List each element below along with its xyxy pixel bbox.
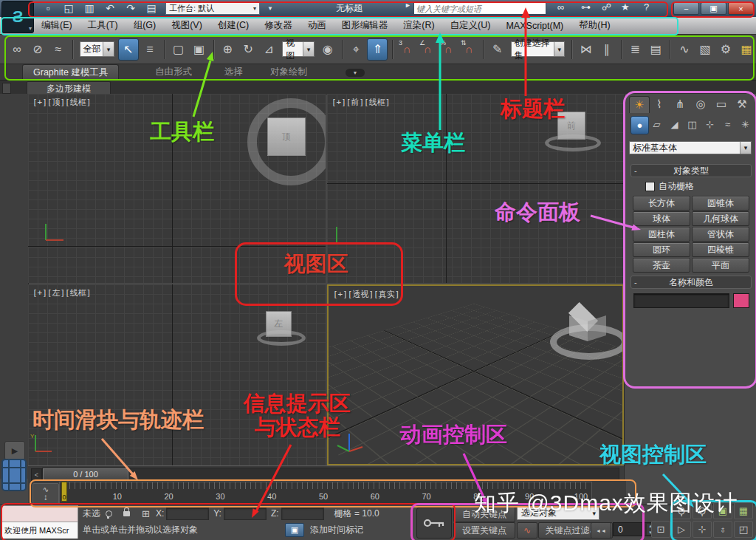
viewport-top-label[interactable]: [+][顶][线框] — [32, 97, 91, 108]
maxscript-mini-listener[interactable]: 欢迎使用 MAXScr — [1, 505, 78, 539]
menu-item-5[interactable]: 修改器 — [264, 19, 292, 32]
reference-coordinate-dropdown[interactable]: 视图 — [282, 41, 315, 57]
fov-icon[interactable]: ▷ — [672, 521, 691, 538]
percent-snap-icon[interactable]: ∩% — [439, 39, 458, 60]
display-tab[interactable]: ▭ — [712, 96, 731, 112]
listener-macro-row[interactable] — [2, 506, 78, 522]
menu-item-10[interactable]: MAXScript(M) — [506, 21, 563, 31]
workspace-extra-dropdown-icon[interactable]: ▼ — [267, 5, 273, 12]
favorites-star-icon[interactable]: ★ — [621, 1, 630, 13]
menu-item-8[interactable]: 渲染(R) — [403, 19, 434, 32]
absolute-mode-icon[interactable]: ⊞ — [142, 508, 150, 519]
space-warps-category[interactable]: ≈ — [719, 116, 736, 133]
current-frame-marker[interactable]: 0 — [61, 482, 67, 502]
object-type-button-4[interactable]: 圆柱体 — [633, 227, 690, 242]
prompt-bulb-icon[interactable] — [106, 510, 112, 517]
minimize-button[interactable]: − — [673, 2, 699, 15]
window-crossing-icon[interactable]: ▣ — [190, 39, 209, 60]
angle-snap-icon[interactable]: ∩∠ — [418, 39, 437, 60]
default-tangent-icon[interactable]: ∿ — [517, 522, 537, 539]
undo-icon[interactable]: ↶ — [103, 2, 117, 14]
cameras-category[interactable]: ◫ — [684, 116, 701, 133]
dropdown-arrow-icon[interactable] — [303, 42, 313, 56]
selection-lock-icon[interactable] — [123, 511, 130, 516]
workspace-dropdown[interactable]: 工作台: 默认▾ — [165, 1, 260, 15]
keyboard-override-icon[interactable]: ⇑ — [367, 38, 388, 61]
redo-icon[interactable]: ↷ — [124, 2, 137, 14]
ribbon-tab-3[interactable]: 对象绘制 — [260, 64, 317, 80]
render-setup-icon[interactable]: ⚙ — [716, 39, 735, 60]
bind-to-space-warp-icon[interactable]: ≈ — [49, 39, 68, 60]
save-file-icon[interactable]: ▥ — [83, 2, 96, 14]
listener-script-row[interactable]: 欢迎使用 MAXScr — [2, 522, 78, 539]
object-type-button-6[interactable]: 圆环 — [633, 242, 690, 257]
x-coordinate-field[interactable] — [166, 507, 209, 520]
object-type-button-9[interactable]: 平面 — [692, 258, 749, 273]
graphite-ribbon-toggle-icon[interactable]: ▤ — [646, 39, 665, 60]
application-menu-button[interactable]: Ƨ▾ — [1, 1, 34, 33]
ribbon-expand-icon[interactable]: ▼ — [346, 69, 365, 77]
viewport-left-label[interactable]: [+][左][线框] — [32, 287, 91, 298]
select-and-manipulate-icon[interactable]: ⌖ — [346, 39, 365, 60]
object-type-button-1[interactable]: 圆锥体 — [692, 196, 749, 211]
search-box[interactable] — [413, 2, 546, 15]
maximize-viewport-icon[interactable]: ◰ — [734, 521, 753, 538]
named-selection-sets-dropdown[interactable]: 创建选择集 — [511, 41, 565, 57]
menu-item-9[interactable]: 自定义(U) — [450, 19, 491, 32]
motion-tab[interactable]: ◎ — [691, 96, 710, 112]
object-type-button-3[interactable]: 几何球体 — [692, 211, 749, 226]
selection-filter-dropdown[interactable]: 全部 — [80, 41, 114, 57]
menu-item-1[interactable]: 工具(T) — [88, 19, 118, 32]
new-scene-icon[interactable]: ▫ — [41, 2, 55, 14]
menu-item-0[interactable]: 编辑(E) — [41, 19, 72, 32]
viewport-front-label[interactable]: [+][前][线框] — [331, 97, 390, 108]
z-coordinate-field[interactable] — [281, 507, 324, 520]
dropdown-arrow-icon[interactable] — [554, 42, 564, 56]
viewcube-left-face[interactable]: 左 — [266, 311, 292, 337]
y-coordinate-field[interactable] — [224, 507, 267, 520]
spinner-snap-icon[interactable]: ∩⇅ — [459, 39, 478, 60]
utilities-tab[interactable]: ⚒ — [732, 96, 752, 112]
object-type-button-7[interactable]: 四棱锥 — [692, 242, 749, 257]
pan-icon[interactable]: ⊹ — [693, 521, 712, 538]
select-and-rotate-icon[interactable]: ↻ — [238, 39, 258, 60]
unlink-selection-icon[interactable]: ⊘ — [28, 39, 47, 60]
modify-tab[interactable]: ⌇ — [650, 96, 669, 112]
geometry-category[interactable]: ● — [630, 116, 649, 134]
render-production-icon[interactable]: ▦ — [737, 39, 756, 60]
select-and-move-icon[interactable]: ⊕ — [218, 39, 237, 60]
zoom-region-icon[interactable]: ⊡ — [651, 521, 670, 538]
lights-category[interactable]: ◢ — [666, 116, 683, 133]
select-by-name-icon[interactable]: ≡ — [140, 39, 159, 60]
menu-item-4[interactable]: 创建(C) — [218, 19, 249, 32]
object-type-button-0[interactable]: 长方体 — [633, 196, 690, 211]
object-type-button-2[interactable]: 球体 — [633, 211, 690, 226]
time-slider-track[interactable]: 0 / 100 — [42, 468, 619, 481]
set-keys-button[interactable] — [416, 507, 452, 539]
time-slider-handle[interactable]: 0 / 100 — [43, 468, 128, 480]
search-input[interactable] — [414, 3, 546, 14]
open-file-icon[interactable]: ◱ — [62, 2, 75, 14]
create-tab[interactable]: ☀ — [629, 96, 650, 113]
edit-named-selection-sets-icon[interactable]: ✎ — [488, 39, 507, 60]
viewcube-top-face[interactable]: 顶 — [267, 117, 306, 156]
menu-item-3[interactable]: 视图(V) — [171, 19, 202, 32]
add-time-tag[interactable]: 添加时间标记 — [310, 524, 363, 536]
align-icon[interactable]: ∥ — [597, 39, 616, 60]
hierarchy-tab[interactable]: ⋔ — [670, 96, 690, 112]
ribbon-grip-icon[interactable] — [2, 83, 11, 94]
mirror-icon[interactable]: ⋈ — [577, 39, 596, 60]
ribbon-tab-2[interactable]: 选择 — [214, 64, 253, 80]
orbit-icon[interactable]: ♁ — [713, 521, 732, 538]
curve-editor-icon[interactable]: ∿ — [675, 39, 694, 60]
viewport-perspective-label[interactable]: [+][透视][真实] — [333, 289, 399, 300]
mini-curve-editor-button[interactable]: ∿↨ — [32, 483, 59, 504]
current-frame-field[interactable]: 0 ▲▼ — [613, 522, 656, 536]
dropdown-arrow-icon[interactable] — [740, 142, 751, 154]
systems-category[interactable]: ✳ — [737, 116, 754, 133]
use-pivot-point-icon[interactable]: ◉ — [318, 39, 337, 60]
dropdown-arrow-icon[interactable] — [103, 42, 114, 56]
sign-in-key-icon[interactable]: ⊶ — [581, 1, 591, 13]
previous-frame-button[interactable]: < — [31, 468, 42, 481]
set-key-button[interactable]: 设置关键点 — [453, 522, 515, 539]
